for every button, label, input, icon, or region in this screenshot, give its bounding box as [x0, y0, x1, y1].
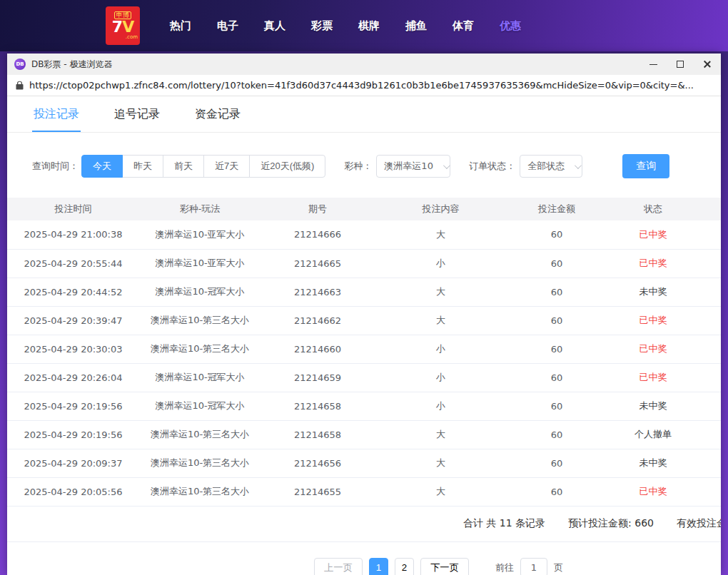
table-row[interactable]: 2025-04-29 20:30:03 澳洲幸运10-第三名大小 2121466… [7, 335, 721, 363]
cell-time: 2025-04-29 20:19:56 [7, 420, 139, 449]
cell-content: 小 [375, 392, 507, 420]
nav-item-hot[interactable]: 热门 [170, 19, 191, 33]
lottery-filter-label: 彩种： [344, 160, 372, 173]
nav-item-cards[interactable]: 棋牌 [358, 19, 380, 33]
cell-play: 澳洲幸运10-冠军大小 [139, 363, 261, 392]
table-row[interactable]: 2025-04-29 20:05:56 澳洲幸运10-第三名大小 2121465… [7, 477, 721, 506]
goto-label: 前往 [495, 561, 514, 574]
maximize-button[interactable] [667, 54, 694, 75]
nav-item-sports[interactable]: 体育 [453, 19, 474, 33]
page-content: 投注记录 追号记录 资金记录 查询时间： 今天 昨天 前天 近7天 近20天(低… [7, 96, 721, 575]
nav-item-lottery[interactable]: 彩票 [311, 19, 333, 33]
cell-status: 已中奖 [607, 306, 699, 335]
cell-time: 2025-04-29 20:30:03 [7, 335, 139, 363]
lottery-select[interactable]: 澳洲幸运10 [376, 155, 450, 178]
table-header-row: 投注时间 彩种-玩法 期号 投注内容 投注金额 状态 [7, 198, 721, 220]
app-icon: DB [14, 58, 26, 70]
tab-fund-records[interactable]: 资金记录 [193, 96, 242, 132]
table-row[interactable]: 2025-04-29 20:26:04 澳洲幸运10-冠军大小 21214659… [7, 363, 721, 392]
table-row[interactable]: 2025-04-29 20:39:47 澳洲幸运10-第三名大小 2121466… [7, 306, 721, 335]
cell-amount: 60 [507, 449, 607, 477]
cell-status: 个人撤单 [607, 420, 699, 449]
summary-expected: 预计投注金额: 660 [568, 517, 654, 530]
cell-content: 大 [375, 306, 507, 335]
time-option-today[interactable]: 今天 [81, 155, 123, 178]
cell-status: 未中奖 [607, 449, 699, 477]
cell-time: 2025-04-29 20:19:56 [7, 392, 139, 420]
address-bar[interactable]: https://ctop02pchwp1.zfnc84.com/lottery/… [7, 75, 721, 96]
nav-item-slots[interactable]: 电子 [217, 19, 238, 33]
col-header-status: 状态 [607, 198, 699, 220]
close-icon [703, 60, 712, 68]
col-header-play: 彩种-玩法 [139, 198, 261, 220]
minimize-button[interactable] [639, 54, 667, 75]
summary-total: 合计 共 11 条记录 [463, 517, 545, 530]
time-option-yesterday[interactable]: 昨天 [122, 155, 163, 178]
tab-chase-records[interactable]: 追号记录 [113, 96, 161, 132]
next-page-button[interactable]: 下一页 [420, 558, 469, 575]
time-option-daybefore[interactable]: 前天 [163, 155, 204, 178]
table-row[interactable]: 2025-04-29 20:44:52 澳洲幸运10-冠军大小 21214663… [7, 278, 721, 306]
search-button[interactable]: 查询 [622, 154, 669, 178]
cell-play: 澳洲幸运10-第三名大小 [139, 477, 261, 506]
close-button[interactable] [694, 54, 721, 75]
cell-issue: 21214656 [261, 449, 375, 477]
lock-icon [16, 81, 24, 90]
cell-status: 已中奖 [607, 249, 699, 278]
goto-page-input[interactable] [520, 558, 547, 575]
nav-item-promo[interactable]: 优惠 [500, 19, 521, 33]
col-header-amount: 投注金额 [507, 198, 607, 220]
time-filter-group: 今天 昨天 前天 近7天 近20天(低频) [81, 155, 325, 178]
cell-amount: 60 [507, 392, 607, 420]
cell-play: 澳洲幸运10-冠军大小 [139, 392, 261, 420]
record-tabs: 投注记录 追号记录 资金记录 [7, 96, 721, 133]
minimize-icon [649, 64, 657, 65]
pagination: 上一页 1 2 下一页 前往 页 [314, 558, 721, 575]
table-row[interactable]: 2025-04-29 20:19:56 澳洲幸运10-第三名大小 2121465… [7, 420, 721, 449]
cell-issue: 21214666 [261, 220, 375, 249]
cell-time: 2025-04-29 20:44:52 [7, 278, 139, 306]
site-logo[interactable]: 申博 7V .com [106, 6, 140, 45]
page-button-2[interactable]: 2 [395, 558, 414, 575]
cell-status: 已中奖 [607, 363, 699, 392]
page-unit-label: 页 [554, 561, 563, 574]
cell-issue: 21214659 [261, 363, 375, 392]
nav-item-fishing[interactable]: 捕鱼 [405, 19, 427, 33]
time-filter-label: 查询时间： [32, 160, 79, 173]
cell-status: 未中奖 [607, 278, 699, 306]
time-option-7days[interactable]: 近7天 [203, 155, 250, 178]
browser-window: DB DB彩票 - 极速浏览器 https://ctop02pchwp1.zfn… [7, 54, 721, 575]
cell-status: 已中奖 [607, 335, 699, 363]
tab-bet-records[interactable]: 投注记录 [32, 96, 81, 132]
time-option-20days[interactable]: 近20天(低频) [249, 155, 325, 178]
logo-main-text: 7V [112, 19, 133, 35]
summary-bar: 合计 共 11 条记录 预计投注金额: 660 有效投注金额 [7, 507, 721, 542]
window-title: DB彩票 - 极速浏览器 [31, 58, 112, 71]
filter-bar: 查询时间： 今天 昨天 前天 近7天 近20天(低频) 彩种： 澳洲幸运10 订… [32, 154, 721, 178]
nav-item-live[interactable]: 真人 [264, 19, 285, 33]
cell-amount: 60 [507, 306, 607, 335]
order-status-value: 全部状态 [527, 160, 565, 173]
url-text[interactable]: https://ctop02pchwp1.zfnc84.com/lottery/… [29, 80, 694, 91]
table-row[interactable]: 2025-04-29 20:09:37 澳洲幸运10-第三名大小 2121465… [7, 449, 721, 477]
cell-status: 已中奖 [607, 477, 699, 506]
lottery-select-value: 澳洲幸运10 [384, 160, 433, 173]
page-button-1[interactable]: 1 [369, 558, 388, 575]
cell-amount: 60 [507, 220, 607, 249]
cell-issue: 21214655 [261, 477, 375, 506]
order-status-select[interactable]: 全部状态 [520, 155, 582, 178]
cell-content: 大 [375, 449, 507, 477]
table-row[interactable]: 2025-04-29 21:00:38 澳洲幸运10-亚军大小 21214666… [7, 220, 721, 249]
logo-suffix-text: .com [126, 35, 138, 40]
cell-play: 澳洲幸运10-冠军大小 [139, 278, 261, 306]
cell-content: 大 [375, 278, 507, 306]
table-row[interactable]: 2025-04-29 20:19:56 澳洲幸运10-冠军大小 21214658… [7, 392, 721, 420]
cell-issue: 21214662 [261, 306, 375, 335]
table-row[interactable]: 2025-04-29 20:55:44 澳洲幸运10-亚军大小 21214665… [7, 249, 721, 278]
cell-issue: 21214658 [261, 420, 375, 449]
cell-amount: 60 [507, 420, 607, 449]
prev-page-button[interactable]: 上一页 [314, 558, 363, 575]
window-titlebar[interactable]: DB DB彩票 - 极速浏览器 [7, 54, 721, 75]
cell-amount: 60 [507, 278, 607, 306]
cell-play: 澳洲幸运10-第三名大小 [139, 420, 261, 449]
